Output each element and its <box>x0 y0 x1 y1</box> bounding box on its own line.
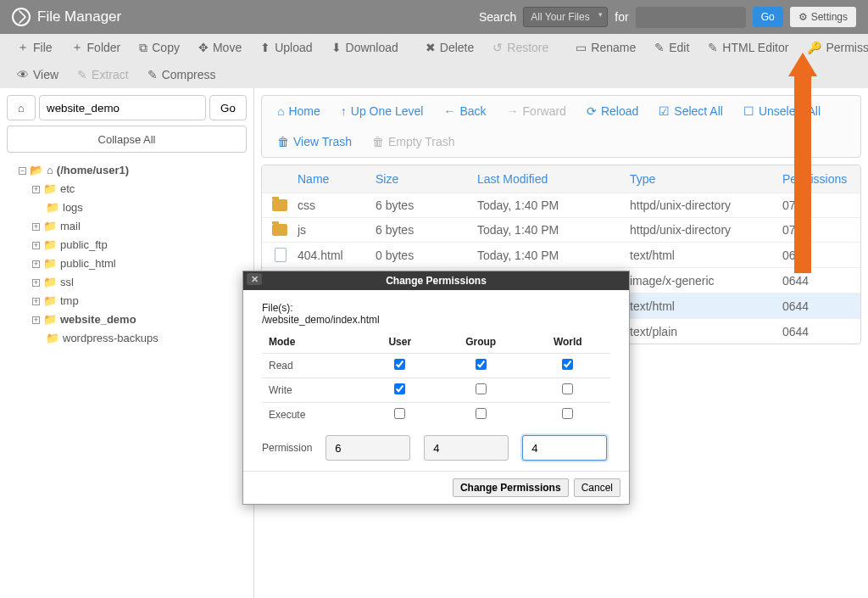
perm-group-checkbox[interactable] <box>476 383 487 394</box>
back-button[interactable]: ←Back <box>435 99 494 123</box>
empty-trash-button[interactable]: 🗑Empty Trash <box>364 130 464 154</box>
change-permissions-button[interactable]: Change Permissions <box>453 478 569 497</box>
permissions-button[interactable]: 🔑Permissions <box>798 37 868 58</box>
rename-button[interactable]: ▭Rename <box>567 37 644 58</box>
app-header: File Manager Search All Your Files for G… <box>0 0 868 34</box>
view-button[interactable]: 👁View <box>8 64 67 85</box>
cancel-button[interactable]: Cancel <box>574 478 620 497</box>
search-label: Search <box>479 10 516 24</box>
cpanel-logo-icon <box>12 8 31 26</box>
folder-icon: 📁 <box>43 255 57 272</box>
upload-button[interactable]: ⬆Upload <box>252 37 320 58</box>
table-row[interactable]: js6 bytesToday, 1:40 PMhttpd/unix-direct… <box>262 217 860 242</box>
copy-icon: ⧉ <box>139 41 147 55</box>
expand-icon[interactable]: + <box>32 316 40 324</box>
up-level-button[interactable]: ↑Up One Level <box>332 99 432 123</box>
perm-user-checkbox[interactable] <box>394 408 405 419</box>
expand-icon[interactable]: + <box>32 298 40 305</box>
html-editor-button[interactable]: ✎HTML Editor <box>699 37 797 58</box>
col-name[interactable]: Name <box>291 172 369 186</box>
edit-button[interactable]: ✎Edit <box>646 37 698 58</box>
select-all-button[interactable]: ☑Select All <box>650 99 732 123</box>
expand-icon[interactable]: + <box>32 186 40 193</box>
perm-group-checkbox[interactable] <box>476 359 487 370</box>
dialog-title: Change Permissions <box>386 275 487 287</box>
folder-tree: −📂⌂(/home/user1) +📁etc 📁logs +📁mail +📁pu… <box>7 161 247 348</box>
download-button[interactable]: ⬇Download <box>323 37 407 58</box>
cell-size: 6 bytes <box>369 198 470 212</box>
col-permissions[interactable]: Permissions <box>776 172 860 186</box>
tree-node[interactable]: +📁ssl <box>7 273 247 292</box>
cell-permissions: 0644 <box>776 325 860 338</box>
forward-button[interactable]: →Forward <box>498 99 575 123</box>
tree-node[interactable]: +📁etc <box>7 180 247 198</box>
trash-icon: 🗑 <box>372 135 384 148</box>
expand-icon[interactable]: + <box>32 260 40 268</box>
move-button[interactable]: ✥Move <box>190 37 250 58</box>
tree-node[interactable]: 📁logs <box>7 198 247 217</box>
cell-name: css <box>291 198 369 212</box>
up-icon: ↑ <box>341 104 347 118</box>
settings-button[interactable]: ⚙Settings <box>790 7 856 27</box>
folder-icon: 📁 <box>43 218 57 235</box>
table-row[interactable]: css6 bytesToday, 1:40 PMhttpd/unix-direc… <box>262 193 860 217</box>
cell-type: httpd/unix-directory <box>623 223 776 237</box>
perm-group-input[interactable] <box>424 435 509 461</box>
perm-world-checkbox[interactable] <box>562 408 573 419</box>
folder-icon: 📁 <box>43 274 57 291</box>
home-icon: ⌂ <box>18 102 25 115</box>
perm-user-checkbox[interactable] <box>394 359 405 370</box>
cell-name: 404.html <box>291 249 369 262</box>
reload-button[interactable]: ⟳Reload <box>578 99 647 123</box>
delete-icon: ✖ <box>426 41 436 54</box>
col-type[interactable]: Type <box>623 172 776 186</box>
tree-node[interactable]: +📁mail <box>7 217 247 236</box>
for-label: for <box>615 10 628 24</box>
tree-node-active[interactable]: +📁website_demo <box>7 310 247 329</box>
delete-button[interactable]: ✖Delete <box>417 37 482 58</box>
extract-button[interactable]: ✎Extract <box>69 64 137 85</box>
tree-node[interactable]: +📁public_html <box>7 254 247 273</box>
tree-node[interactable]: 📁wordpress-backups <box>7 329 247 348</box>
search-input[interactable] <box>636 7 746 28</box>
perm-world-input[interactable] <box>522 435 607 461</box>
perm-user-checkbox[interactable] <box>394 383 405 394</box>
perm-world-checkbox[interactable] <box>562 359 573 370</box>
collapse-all-button[interactable]: Collapse All <box>7 126 247 153</box>
perm-world-checkbox[interactable] <box>562 383 573 394</box>
unselect-all-button[interactable]: ☐Unselect All <box>735 99 829 123</box>
compress-button[interactable]: ✎Compress <box>139 64 225 85</box>
move-icon: ✥ <box>198 41 209 54</box>
file-button[interactable]: ＋File <box>8 36 61 59</box>
perm-user-input[interactable] <box>326 435 410 461</box>
path-input[interactable] <box>39 95 206 120</box>
close-icon[interactable]: ✕ <box>247 273 262 285</box>
copy-button[interactable]: ⧉Copy <box>131 37 188 59</box>
permissions-matrix: Mode User Group World ReadWriteExecute <box>262 331 610 427</box>
perm-group-checkbox[interactable] <box>476 408 487 419</box>
table-row[interactable]: 404.html0 bytesToday, 1:40 PMtext/html06… <box>262 242 860 267</box>
search-scope-select[interactable]: All Your Files <box>523 7 608 27</box>
table-header[interactable]: Name Size Last Modified Type Permissions <box>262 165 860 193</box>
col-modified[interactable]: Last Modified <box>470 172 623 186</box>
cell-type: image/x-generic <box>623 274 776 288</box>
expand-icon[interactable]: + <box>32 242 40 249</box>
tree-node[interactable]: +📁tmp <box>7 292 247 310</box>
folder-button[interactable]: ＋Folder <box>63 36 130 59</box>
home-path-button[interactable]: ⌂ <box>7 95 36 120</box>
cell-name: js <box>291 223 369 237</box>
expand-icon[interactable]: + <box>32 223 40 231</box>
collapse-icon[interactable]: − <box>19 167 26 175</box>
dialog-title-bar[interactable]: ✕ Change Permissions <box>243 271 629 290</box>
cell-size: 6 bytes <box>369 223 470 237</box>
view-trash-button[interactable]: 🗑View Trash <box>269 130 360 154</box>
expand-icon[interactable]: + <box>32 279 40 287</box>
restore-button[interactable]: ↺Restore <box>484 37 557 58</box>
home-button[interactable]: ⌂Home <box>269 99 329 123</box>
path-go-button[interactable]: Go <box>209 95 247 120</box>
col-size[interactable]: Size <box>369 172 470 186</box>
tree-root[interactable]: −📂⌂(/home/user1) <box>7 161 247 180</box>
tree-node[interactable]: +📁public_ftp <box>7 236 247 254</box>
perm-row: Read <box>262 354 610 378</box>
search-go-button[interactable]: Go <box>753 7 783 27</box>
